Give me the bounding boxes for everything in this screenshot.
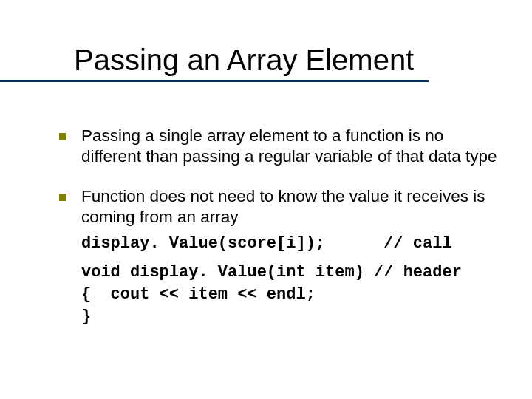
slide: Passing an Array Element Passing a singl… — [0, 0, 532, 399]
bullet-text: Function does not need to know the value… — [81, 187, 485, 226]
title-underline — [0, 80, 429, 82]
title-block: Passing an Array Element — [0, 44, 532, 82]
code-call-line: display. Value(score[i]); // call — [81, 233, 502, 255]
bullet-text: Passing a single array element to a func… — [81, 126, 502, 167]
square-bullet-icon — [59, 133, 66, 140]
list-item: Function does not need to know the value… — [59, 186, 502, 327]
slide-title: Passing an Array Element — [0, 44, 532, 75]
list-item: Passing a single array element to a func… — [59, 126, 502, 167]
code-header-block: void display. Value(int item) // header … — [81, 262, 502, 327]
bullet-body: Function does not need to know the value… — [81, 186, 502, 327]
content-area: Passing a single array element to a func… — [59, 126, 502, 347]
square-bullet-icon — [59, 194, 66, 201]
